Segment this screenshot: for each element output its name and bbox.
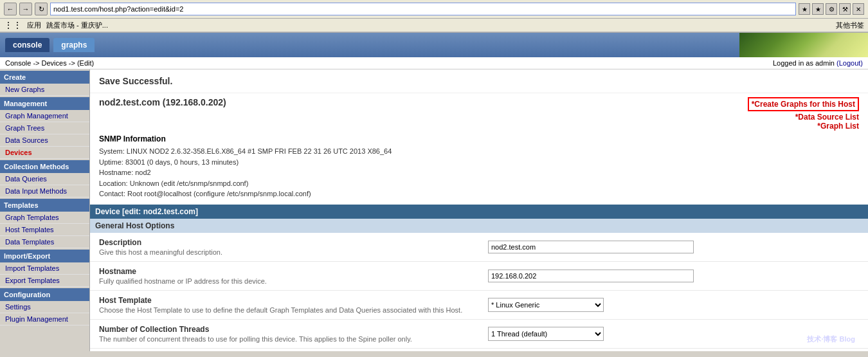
breadcrumb-path: Console -> Devices -> (Edit): [5, 59, 94, 67]
sidebar-devices[interactable]: Devices: [0, 147, 89, 159]
tab-graphs[interactable]: graphs: [53, 38, 95, 52]
snmp-hostname: Hostname: nod2: [99, 167, 859, 178]
disable-host-input-cell: Disable Host: [479, 348, 868, 351]
description-input-cell: [479, 233, 868, 262]
host-template-select[interactable]: * Linux Generic: [488, 298, 604, 312]
address-bar[interactable]: [50, 3, 796, 15]
device-links: *Create Graphs for this Host *Data Sourc…: [748, 97, 859, 131]
forward-button[interactable]: →: [19, 3, 32, 15]
collection-threads-desc: The number of concurrent threads to use …: [99, 335, 470, 343]
sidebar-collection-header: Collection Methods: [0, 160, 89, 173]
main-content: Save Successful. nod2.test.com (192.168.…: [90, 69, 868, 351]
bookmarks-bar: ⋮⋮ 应用 跳蛋市场 - 重庆驴... 其他书签: [0, 19, 868, 32]
collection-threads-select[interactable]: 1 Thread (default): [488, 327, 604, 341]
hostname-label: Hostname: [99, 267, 470, 276]
hostname-row: Hostname Fully qualified hostname or IP …: [90, 261, 868, 290]
snmp-info: System: LINUX NOD2 2.6.32-358.EL6.X86_64…: [99, 146, 859, 199]
description-input[interactable]: [488, 241, 694, 253]
data-source-list-link[interactable]: *Data Source List: [748, 113, 859, 122]
star-icon[interactable]: ★: [812, 3, 824, 15]
host-template-desc: Choose the Host Template to use to defin…: [99, 306, 470, 314]
sidebar-import-templates[interactable]: Import Templates: [0, 262, 89, 275]
snmp-title: SNMP Information: [99, 134, 859, 143]
sidebar-graph-trees[interactable]: Graph Trees: [0, 122, 89, 134]
general-host-options-header: General Host Options: [90, 219, 868, 233]
sidebar-new-graphs[interactable]: New Graphs: [0, 84, 89, 96]
sidebar-create-header: Create: [0, 71, 89, 84]
app-container: console graphs Console -> Devices -> (Ed…: [0, 33, 868, 351]
description-desc: Give this host a meaningful description.: [99, 248, 470, 256]
device-header: nod2.test.com (192.168.0.202) *Create Gr…: [90, 93, 868, 134]
host-template-row: Host Template Choose the Host Template t…: [90, 290, 868, 319]
host-template-label: Host Template: [99, 296, 470, 305]
sidebar-export-templates[interactable]: Export Templates: [0, 275, 89, 287]
collection-threads-input-cell: 1 Thread (default): [479, 319, 868, 348]
header-image: [739, 33, 868, 57]
success-banner: Save Successful.: [90, 69, 868, 93]
tab-console[interactable]: console: [5, 38, 50, 52]
device-edit-header: Device [edit: nod2.test.com]: [90, 205, 868, 219]
snmp-location: Location: Unknown (edit /etc/snmp/snmpd.…: [99, 178, 859, 189]
browser-chrome: ← → ↻ ★ ★ ⚙ ⚒ ✕ ⋮⋮ 应用 跳蛋市场 - 重庆驴... 其他书签: [0, 0, 868, 33]
apps-icon: ⋮⋮: [4, 20, 22, 30]
main-layout: Create New Graphs Management Graph Manag…: [0, 69, 868, 351]
collection-threads-label-cell: Number of Collection Threads The number …: [90, 319, 479, 348]
breadcrumb-bar: Console -> Devices -> (Edit) Logged in a…: [0, 57, 868, 69]
sidebar-graph-management[interactable]: Graph Management: [0, 110, 89, 122]
bookmark-apps[interactable]: 应用: [27, 21, 41, 30]
sidebar-settings[interactable]: Settings: [0, 301, 89, 313]
collection-threads-row: Number of Collection Threads The number …: [90, 319, 868, 348]
description-label-cell: Description Give this host a meaningful …: [90, 233, 479, 262]
device-title: nod2.test.com (192.168.0.202): [99, 97, 226, 107]
hostname-desc: Fully qualified hostname or IP address f…: [99, 277, 470, 285]
sidebar-data-queries[interactable]: Data Queries: [0, 173, 89, 185]
host-template-input-cell: * Linux Generic: [479, 290, 868, 319]
wrench-icon[interactable]: ⚒: [839, 3, 851, 15]
sidebar-configuration-header: Configuration: [0, 288, 89, 301]
reload-button[interactable]: ↻: [35, 3, 48, 15]
snmp-system: System: LINUX NOD2 2.6.32-358.EL6.X86_64…: [99, 146, 859, 157]
login-info: Logged in as admin (Logout): [773, 59, 863, 67]
hostname-input[interactable]: [488, 270, 694, 282]
other-bookmarks[interactable]: 其他书签: [836, 21, 864, 30]
description-label: Description: [99, 238, 470, 247]
disable-host-row: Disable Host Check this box to disable a…: [90, 348, 868, 351]
snmp-uptime: Uptime: 83001 (0 days, 0 hours, 13 minut…: [99, 157, 859, 168]
form-table: Description Give this host a meaningful …: [90, 233, 868, 352]
sidebar-data-templates[interactable]: Data Templates: [0, 236, 89, 248]
settings-icon[interactable]: ⚙: [826, 3, 837, 15]
browser-toolbar: ← → ↻ ★ ★ ⚙ ⚒ ✕: [0, 0, 868, 19]
sidebar-data-sources[interactable]: Data Sources: [0, 134, 89, 147]
sidebar-management-header: Management: [0, 97, 89, 110]
sidebar-plugin-management[interactable]: Plugin Management: [0, 313, 89, 325]
description-row: Description Give this host a meaningful …: [90, 233, 868, 262]
collection-threads-label: Number of Collection Threads: [99, 325, 470, 334]
bookmark-market[interactable]: 跳蛋市场 - 重庆驴...: [46, 21, 108, 30]
sidebar-templates-header: Templates: [0, 199, 89, 212]
sidebar-host-templates[interactable]: Host Templates: [0, 224, 89, 236]
disable-host-label-cell: Disable Host Check this box to disable a…: [90, 348, 479, 351]
close-icon[interactable]: ✕: [853, 3, 864, 15]
browser-actions: ★ ★ ⚙ ⚒ ✕: [799, 3, 864, 15]
snmp-contact: Contact: Root root@localhost (configure …: [99, 188, 859, 199]
sidebar-graph-templates[interactable]: Graph Templates: [0, 212, 89, 224]
hostname-label-cell: Hostname Fully qualified hostname or IP …: [90, 261, 479, 290]
rss-icon[interactable]: ★: [799, 3, 810, 15]
snmp-section: SNMP Information System: LINUX NOD2 2.6.…: [90, 134, 868, 205]
sidebar: Create New Graphs Management Graph Manag…: [0, 69, 90, 351]
graph-list-link[interactable]: *Graph List: [748, 122, 859, 131]
sidebar-data-input-methods[interactable]: Data Input Methods: [0, 185, 89, 197]
host-template-label-cell: Host Template Choose the Host Template t…: [90, 290, 479, 319]
hostname-input-cell: [479, 261, 868, 290]
sidebar-import-export-header: Import/Export: [0, 250, 89, 262]
app-header: console graphs: [0, 33, 868, 57]
back-button[interactable]: ←: [4, 3, 17, 15]
create-graphs-link[interactable]: *Create Graphs for this Host: [748, 97, 859, 111]
logout-link[interactable]: (Logout): [836, 59, 863, 67]
